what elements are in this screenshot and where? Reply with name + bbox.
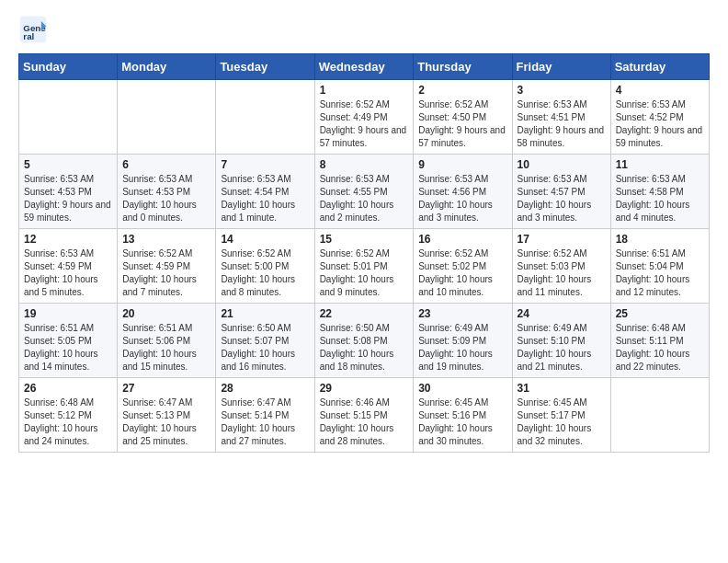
day-cell: 9Sunrise: 6:53 AM Sunset: 4:56 PM Daylig… xyxy=(414,155,512,229)
logo: Gene ral xyxy=(18,15,53,44)
day-number: 5 xyxy=(24,158,112,171)
day-number: 27 xyxy=(122,382,210,395)
day-info: Sunrise: 6:52 AM Sunset: 5:00 PM Dayligh… xyxy=(221,247,309,299)
day-cell xyxy=(19,80,118,155)
day-cell xyxy=(118,80,216,155)
day-number: 1 xyxy=(320,84,409,97)
day-info: Sunrise: 6:51 AM Sunset: 5:06 PM Dayligh… xyxy=(122,322,210,373)
day-cell: 8Sunrise: 6:53 AM Sunset: 4:55 PM Daylig… xyxy=(314,155,414,229)
day-info: Sunrise: 6:49 AM Sunset: 5:10 PM Dayligh… xyxy=(518,322,606,373)
day-info: Sunrise: 6:53 AM Sunset: 4:53 PM Dayligh… xyxy=(24,173,112,224)
day-number: 13 xyxy=(122,233,210,246)
day-cell: 22Sunrise: 6:50 AM Sunset: 5:08 PM Dayli… xyxy=(314,304,414,378)
day-info: Sunrise: 6:46 AM Sunset: 5:15 PM Dayligh… xyxy=(320,396,409,448)
day-number: 4 xyxy=(616,84,704,97)
day-info: Sunrise: 6:53 AM Sunset: 4:52 PM Dayligh… xyxy=(616,98,704,150)
day-number: 18 xyxy=(616,233,704,246)
day-info: Sunrise: 6:48 AM Sunset: 5:11 PM Dayligh… xyxy=(616,322,704,373)
day-info: Sunrise: 6:45 AM Sunset: 5:16 PM Dayligh… xyxy=(418,396,506,448)
week-row-4: 19Sunrise: 6:51 AM Sunset: 5:05 PM Dayli… xyxy=(19,304,710,378)
day-number: 31 xyxy=(518,382,606,395)
day-cell: 21Sunrise: 6:50 AM Sunset: 5:07 PM Dayli… xyxy=(216,304,314,378)
day-cell: 12Sunrise: 6:53 AM Sunset: 4:59 PM Dayli… xyxy=(19,229,118,304)
day-number: 6 xyxy=(122,158,210,171)
day-info: Sunrise: 6:48 AM Sunset: 5:12 PM Dayligh… xyxy=(24,396,112,448)
day-info: Sunrise: 6:45 AM Sunset: 5:17 PM Dayligh… xyxy=(518,396,606,448)
day-info: Sunrise: 6:53 AM Sunset: 4:57 PM Dayligh… xyxy=(518,173,606,224)
day-number: 14 xyxy=(221,233,309,246)
day-info: Sunrise: 6:52 AM Sunset: 5:03 PM Dayligh… xyxy=(518,247,606,299)
day-info: Sunrise: 6:49 AM Sunset: 5:09 PM Dayligh… xyxy=(418,322,506,373)
page: Gene ral SundayMondayTuesdayWednesdayThu… xyxy=(0,0,728,471)
day-cell: 5Sunrise: 6:53 AM Sunset: 4:53 PM Daylig… xyxy=(19,155,118,229)
day-info: Sunrise: 6:53 AM Sunset: 4:55 PM Dayligh… xyxy=(320,173,409,224)
day-info: Sunrise: 6:52 AM Sunset: 5:01 PM Dayligh… xyxy=(320,247,409,299)
day-cell: 28Sunrise: 6:47 AM Sunset: 5:14 PM Dayli… xyxy=(216,378,314,453)
day-cell: 7Sunrise: 6:53 AM Sunset: 4:54 PM Daylig… xyxy=(216,155,314,229)
week-row-1: 1Sunrise: 6:52 AM Sunset: 4:49 PM Daylig… xyxy=(19,80,710,155)
day-cell: 29Sunrise: 6:46 AM Sunset: 5:15 PM Dayli… xyxy=(314,378,414,453)
day-info: Sunrise: 6:53 AM Sunset: 4:51 PM Dayligh… xyxy=(518,98,606,150)
day-number: 8 xyxy=(320,158,409,171)
day-number: 11 xyxy=(616,158,704,171)
day-cell: 16Sunrise: 6:52 AM Sunset: 5:02 PM Dayli… xyxy=(414,229,512,304)
day-cell: 3Sunrise: 6:53 AM Sunset: 4:51 PM Daylig… xyxy=(512,80,610,155)
day-number: 12 xyxy=(24,233,112,246)
day-header-tuesday: Tuesday xyxy=(216,54,314,80)
day-number: 29 xyxy=(320,382,409,395)
day-info: Sunrise: 6:51 AM Sunset: 5:05 PM Dayligh… xyxy=(24,322,112,373)
day-number: 9 xyxy=(418,158,506,171)
week-row-5: 26Sunrise: 6:48 AM Sunset: 5:12 PM Dayli… xyxy=(19,378,710,453)
day-number: 25 xyxy=(616,307,704,320)
day-number: 17 xyxy=(518,233,606,246)
day-header-thursday: Thursday xyxy=(414,54,512,80)
day-number: 15 xyxy=(320,233,409,246)
day-info: Sunrise: 6:47 AM Sunset: 5:13 PM Dayligh… xyxy=(122,396,210,448)
day-number: 3 xyxy=(518,84,606,97)
day-header-monday: Monday xyxy=(118,54,216,80)
logo-icon: Gene ral xyxy=(18,15,48,44)
day-info: Sunrise: 6:52 AM Sunset: 5:02 PM Dayligh… xyxy=(418,247,506,299)
day-number: 24 xyxy=(518,307,606,320)
day-cell: 6Sunrise: 6:53 AM Sunset: 4:53 PM Daylig… xyxy=(118,155,216,229)
header: Gene ral xyxy=(18,15,710,44)
svg-text:ral: ral xyxy=(23,31,34,41)
day-cell xyxy=(610,378,709,453)
day-info: Sunrise: 6:50 AM Sunset: 5:08 PM Dayligh… xyxy=(320,322,409,373)
day-cell xyxy=(216,80,314,155)
header-row: SundayMondayTuesdayWednesdayThursdayFrid… xyxy=(19,54,710,80)
day-number: 21 xyxy=(221,307,309,320)
day-cell: 17Sunrise: 6:52 AM Sunset: 5:03 PM Dayli… xyxy=(512,229,610,304)
day-info: Sunrise: 6:52 AM Sunset: 4:49 PM Dayligh… xyxy=(320,98,409,150)
day-cell: 30Sunrise: 6:45 AM Sunset: 5:16 PM Dayli… xyxy=(414,378,512,453)
week-row-2: 5Sunrise: 6:53 AM Sunset: 4:53 PM Daylig… xyxy=(19,155,710,229)
day-info: Sunrise: 6:52 AM Sunset: 4:50 PM Dayligh… xyxy=(418,98,506,150)
day-cell: 2Sunrise: 6:52 AM Sunset: 4:50 PM Daylig… xyxy=(414,80,512,155)
day-cell: 1Sunrise: 6:52 AM Sunset: 4:49 PM Daylig… xyxy=(314,80,414,155)
day-cell: 18Sunrise: 6:51 AM Sunset: 5:04 PM Dayli… xyxy=(610,229,709,304)
day-number: 22 xyxy=(320,307,409,320)
calendar-table: SundayMondayTuesdayWednesdayThursdayFrid… xyxy=(18,53,710,453)
day-cell: 20Sunrise: 6:51 AM Sunset: 5:06 PM Dayli… xyxy=(118,304,216,378)
day-number: 16 xyxy=(418,233,506,246)
day-cell: 19Sunrise: 6:51 AM Sunset: 5:05 PM Dayli… xyxy=(19,304,118,378)
day-cell: 15Sunrise: 6:52 AM Sunset: 5:01 PM Dayli… xyxy=(314,229,414,304)
day-cell: 14Sunrise: 6:52 AM Sunset: 5:00 PM Dayli… xyxy=(216,229,314,304)
day-cell: 10Sunrise: 6:53 AM Sunset: 4:57 PM Dayli… xyxy=(512,155,610,229)
day-cell: 31Sunrise: 6:45 AM Sunset: 5:17 PM Dayli… xyxy=(512,378,610,453)
day-header-saturday: Saturday xyxy=(610,54,709,80)
day-header-sunday: Sunday xyxy=(19,54,118,80)
day-number: 7 xyxy=(221,158,309,171)
day-cell: 27Sunrise: 6:47 AM Sunset: 5:13 PM Dayli… xyxy=(118,378,216,453)
week-row-3: 12Sunrise: 6:53 AM Sunset: 4:59 PM Dayli… xyxy=(19,229,710,304)
day-info: Sunrise: 6:53 AM Sunset: 4:53 PM Dayligh… xyxy=(122,173,210,224)
day-cell: 25Sunrise: 6:48 AM Sunset: 5:11 PM Dayli… xyxy=(610,304,709,378)
day-number: 23 xyxy=(418,307,506,320)
day-info: Sunrise: 6:53 AM Sunset: 4:58 PM Dayligh… xyxy=(616,173,704,224)
day-info: Sunrise: 6:50 AM Sunset: 5:07 PM Dayligh… xyxy=(221,322,309,373)
day-cell: 13Sunrise: 6:52 AM Sunset: 4:59 PM Dayli… xyxy=(118,229,216,304)
day-info: Sunrise: 6:53 AM Sunset: 4:54 PM Dayligh… xyxy=(221,173,309,224)
day-info: Sunrise: 6:53 AM Sunset: 4:59 PM Dayligh… xyxy=(24,247,112,299)
day-number: 2 xyxy=(418,84,506,97)
day-info: Sunrise: 6:47 AM Sunset: 5:14 PM Dayligh… xyxy=(221,396,309,448)
